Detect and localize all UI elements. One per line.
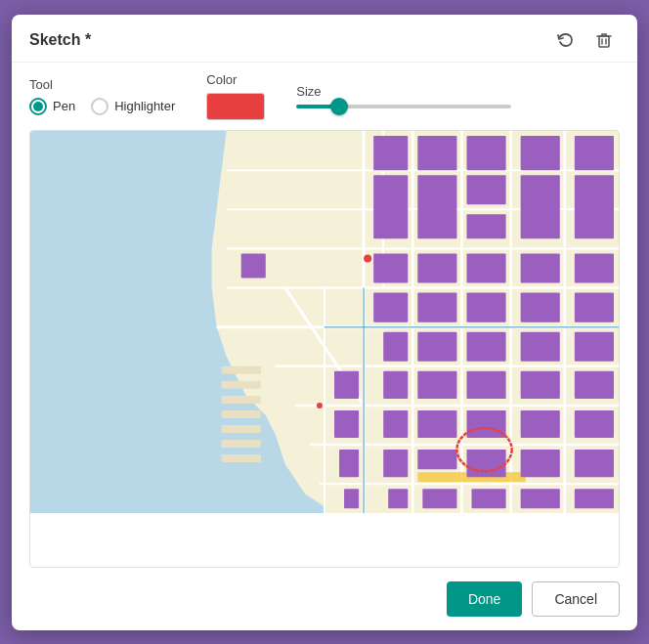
svg-rect-57 [417, 409, 456, 437]
svg-rect-72 [575, 489, 614, 508]
svg-rect-65 [521, 450, 560, 477]
svg-rect-35 [466, 253, 505, 282]
color-group: Color [206, 72, 265, 120]
svg-rect-60 [575, 409, 614, 437]
svg-rect-74 [222, 380, 261, 388]
svg-rect-40 [466, 292, 505, 322]
svg-rect-53 [521, 370, 560, 398]
highlighter-radio-circle [91, 98, 108, 115]
cancel-button[interactable]: Cancel [532, 581, 620, 617]
svg-rect-64 [466, 450, 505, 477]
undo-icon [555, 30, 575, 50]
svg-rect-79 [222, 454, 261, 462]
color-swatch[interactable] [206, 93, 265, 120]
undo-button[interactable] [549, 26, 581, 54]
svg-rect-22 [417, 136, 456, 170]
svg-rect-23 [466, 136, 505, 170]
svg-rect-78 [222, 440, 261, 448]
size-label: Size [296, 84, 620, 99]
svg-rect-28 [466, 175, 505, 204]
size-slider[interactable] [296, 105, 511, 108]
svg-rect-43 [383, 331, 408, 361]
svg-rect-50 [383, 370, 408, 398]
svg-rect-59 [521, 409, 560, 437]
svg-rect-31 [575, 175, 614, 238]
svg-point-83 [364, 254, 371, 262]
dialog-footer: Done Cancel [12, 568, 637, 630]
svg-rect-70 [471, 489, 505, 508]
svg-rect-68 [388, 489, 408, 508]
svg-rect-69 [422, 489, 456, 508]
highlighter-radio-item[interactable]: Highlighter [91, 98, 175, 115]
dialog-title: Sketch * [29, 31, 91, 49]
color-label: Color [206, 72, 265, 87]
svg-rect-24 [521, 136, 560, 170]
svg-rect-49 [334, 370, 359, 398]
svg-rect-38 [373, 292, 408, 322]
svg-rect-58 [466, 409, 505, 437]
svg-rect-44 [417, 331, 456, 361]
svg-rect-56 [383, 409, 408, 437]
svg-rect-47 [575, 331, 614, 361]
dialog-header: Sketch * [12, 15, 637, 63]
delete-button[interactable] [588, 26, 620, 54]
svg-rect-34 [417, 253, 456, 282]
svg-rect-71 [521, 489, 560, 508]
trash-icon [594, 30, 614, 50]
svg-rect-52 [466, 370, 505, 398]
svg-rect-77 [222, 424, 261, 432]
done-button[interactable]: Done [447, 581, 522, 617]
map-svg [30, 131, 619, 513]
svg-rect-0 [599, 36, 609, 47]
pen-label: Pen [53, 99, 75, 113]
svg-rect-55 [334, 409, 359, 437]
svg-rect-33 [373, 253, 408, 282]
svg-point-87 [317, 402, 323, 408]
svg-rect-66 [575, 450, 614, 477]
svg-rect-63 [417, 450, 456, 469]
pen-radio-item[interactable]: Pen [29, 98, 75, 115]
svg-rect-73 [222, 365, 261, 373]
size-group: Size [296, 84, 620, 108]
tool-group: Tool Pen Highlighter [29, 77, 175, 115]
toolbar: Tool Pen Highlighter Color Size [12, 63, 637, 130]
map-container[interactable] [29, 130, 620, 568]
svg-rect-67 [344, 489, 359, 508]
svg-rect-29 [466, 214, 505, 238]
svg-rect-37 [575, 253, 614, 282]
header-actions [549, 26, 620, 54]
sketch-dialog: Sketch * Tool [12, 15, 637, 630]
highlighter-label: Highlighter [114, 99, 175, 113]
svg-rect-32 [241, 253, 266, 278]
svg-rect-27 [417, 175, 456, 238]
svg-rect-46 [521, 331, 560, 361]
svg-rect-26 [373, 175, 408, 238]
svg-rect-36 [521, 253, 560, 282]
svg-rect-39 [417, 292, 456, 322]
svg-rect-51 [417, 370, 456, 398]
svg-rect-30 [521, 175, 560, 238]
svg-rect-62 [383, 450, 408, 477]
svg-rect-76 [222, 409, 261, 417]
svg-rect-61 [339, 450, 359, 477]
svg-rect-41 [521, 292, 560, 322]
svg-rect-42 [575, 292, 614, 322]
svg-rect-25 [575, 136, 614, 170]
svg-rect-45 [466, 331, 505, 361]
svg-rect-21 [373, 136, 408, 170]
pen-radio-circle [29, 98, 47, 115]
tool-label: Tool [29, 77, 175, 92]
svg-rect-75 [222, 395, 261, 403]
tool-radio-group: Pen Highlighter [29, 98, 175, 115]
size-slider-row [296, 105, 620, 108]
svg-rect-54 [575, 370, 614, 398]
